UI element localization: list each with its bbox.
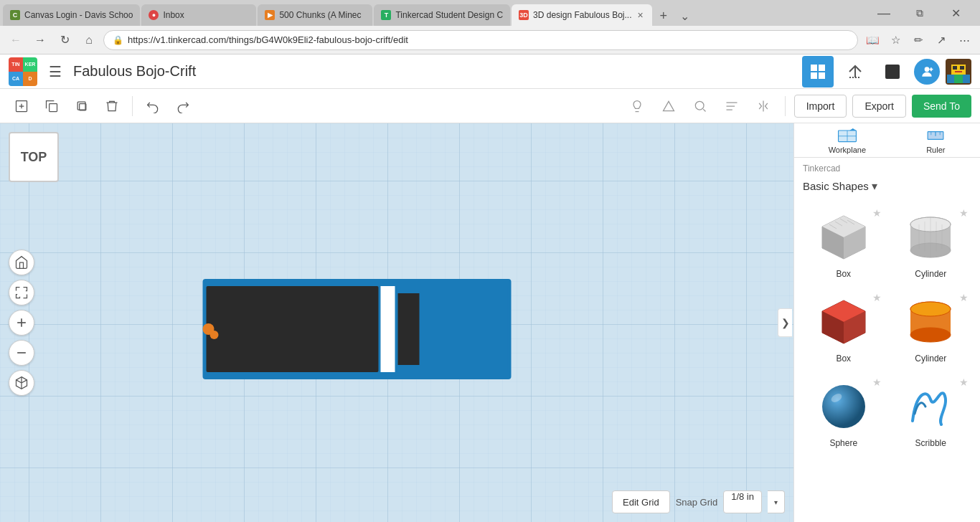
refresh-button[interactable]: ↻ <box>55 30 75 50</box>
shapes-dropdown-button[interactable]: ▾ <box>872 179 877 193</box>
minimize-button[interactable]: — <box>868 3 900 23</box>
shapes-header: Tinkercad <box>794 158 980 179</box>
tab-500chunks[interactable]: ▶ 500 Chunks (A Minec <box>258 4 372 26</box>
shape-star-cylinder-orange[interactable]: ★ <box>959 292 969 303</box>
shape-item-box-gray[interactable]: ★ <box>803 204 885 283</box>
tab-favicon-3d-design: 3D <box>519 10 529 20</box>
cylinder-gray-icon <box>902 209 959 266</box>
fit-view-button[interactable] <box>9 280 34 305</box>
new-design-button[interactable] <box>9 93 34 119</box>
back-button[interactable]: ← <box>6 30 26 50</box>
hamburger-button[interactable]: ☰ <box>46 60 65 83</box>
3d-view-button[interactable] <box>9 370 34 396</box>
workplane-icon <box>837 127 857 144</box>
shapes-category: Tinkercad <box>803 163 840 174</box>
notes-button[interactable]: ✏ <box>908 30 928 50</box>
restore-button[interactable]: ⧉ <box>904 3 936 23</box>
right-panel: Workplane Ruler Ti <box>793 123 980 522</box>
svg-rect-26 <box>397 293 419 365</box>
redo-button[interactable] <box>170 93 196 119</box>
3d-scene-object[interactable] <box>195 257 518 404</box>
forward-button[interactable]: → <box>30 30 50 50</box>
app-toolbar: Import Export Send To <box>0 89 980 123</box>
home-button[interactable]: ⌂ <box>79 30 99 50</box>
browser-toolbar-right: 📖 ☆ ✏ ↗ ⋯ <box>862 30 974 50</box>
copy-button[interactable] <box>39 93 65 119</box>
align-button[interactable] <box>719 93 745 119</box>
home-view-button[interactable] <box>9 250 34 275</box>
zoom-in-button[interactable] <box>9 310 34 336</box>
shape-item-box-red[interactable]: ★ Box <box>803 289 885 368</box>
grid-view-button[interactable] <box>802 56 834 87</box>
reading-view-button[interactable]: 📖 <box>862 30 882 50</box>
view-label-text: TOP <box>21 150 47 165</box>
dark-mode-button[interactable] <box>877 56 908 87</box>
svg-rect-12 <box>963 75 970 83</box>
new-tab-button[interactable]: + <box>654 6 674 26</box>
add-profile-button[interactable] <box>914 59 940 85</box>
shape-item-cylinder-orange[interactable]: ★ Cylinder <box>890 289 972 368</box>
toolbar-separator-1 <box>132 96 133 116</box>
tab-canvas[interactable]: C Canvas Login - Davis Schoo <box>3 4 140 26</box>
sphere-blue-icon <box>815 378 872 435</box>
ruler-button[interactable]: Ruler <box>918 126 953 155</box>
duplicate-button[interactable] <box>69 93 95 119</box>
shapes-title: Basic Shapes <box>803 180 869 192</box>
import-button[interactable]: Import <box>794 95 847 118</box>
mirror-button[interactable] <box>750 93 776 119</box>
shape-star-cylinder-gray[interactable]: ★ <box>959 207 969 219</box>
dark-mode-icon <box>884 63 901 80</box>
shape-star-box-red[interactable]: ★ <box>872 292 882 303</box>
toolbar-right-actions: Import Export Send To <box>624 93 971 119</box>
delete-button[interactable] <box>99 93 125 119</box>
shape-label-scribble: Scribble <box>915 438 946 448</box>
shape-item-sphere-blue[interactable]: ★ Sphere <box>803 374 885 452</box>
tab-title-tinkercad-student: Tinkercad Student Design C <box>395 10 503 20</box>
tab-tinkercad-student[interactable]: T Tinkercad Student Design C <box>374 4 510 26</box>
shape-label-box-red: Box <box>836 353 851 364</box>
tinkercad-logo: TIN KER CA D <box>9 57 37 86</box>
box-red-icon <box>815 293 872 351</box>
tab-inbox[interactable]: ● Inbox <box>141 4 256 26</box>
left-tools <box>9 250 34 396</box>
tab-close-button[interactable]: × <box>636 9 644 21</box>
zoom-out-button[interactable] <box>9 340 34 366</box>
shape-star-scribble[interactable]: ★ <box>959 376 969 388</box>
shape-label-cylinder-orange: Cylinder <box>915 353 946 364</box>
share-button[interactable]: ↗ <box>931 30 951 50</box>
snap-dropdown-button[interactable]: ▾ <box>768 490 785 513</box>
shapes-panel-button[interactable] <box>656 93 682 119</box>
shape-label-box-gray: Box <box>836 269 851 279</box>
shape-item-cylinder-gray[interactable]: ★ <box>890 204 972 283</box>
url-bar[interactable]: 🔒 https://v1.tinkercad.com/things/bG4W0k… <box>103 30 858 50</box>
tab-3d-design[interactable]: 3D 3D design Fabulous Boj... × <box>512 4 652 26</box>
viewport[interactable]: TOP <box>0 123 793 522</box>
close-window-button[interactable]: ✕ <box>940 3 971 23</box>
settings-button[interactable]: ⋯ <box>954 30 974 50</box>
undo-button[interactable] <box>140 93 166 119</box>
zoom-button[interactable] <box>687 93 713 119</box>
workplane-button[interactable]: Workplane <box>821 126 873 155</box>
svg-rect-1 <box>819 65 825 71</box>
panel-collapse-button[interactable]: ❯ <box>778 308 792 337</box>
fit-icon <box>14 285 29 300</box>
tab-list-button[interactable]: ⌄ <box>675 6 695 26</box>
share-design-button[interactable] <box>839 56 871 87</box>
hints-button[interactable] <box>624 93 650 119</box>
svg-point-28 <box>209 331 218 339</box>
shape-star-sphere-blue[interactable]: ★ <box>872 376 882 388</box>
app-layout: TIN KER CA D ☰ Fabulous Bojo-Crift <box>0 54 980 522</box>
bottom-controls: Edit Grid Snap Grid 1/8 in ▾ <box>612 490 785 513</box>
svg-point-64 <box>822 385 865 428</box>
undo-icon <box>146 99 160 113</box>
user-avatar[interactable] <box>946 59 971 85</box>
svg-rect-0 <box>811 65 817 71</box>
edit-grid-button[interactable]: Edit Grid <box>612 490 670 513</box>
export-button[interactable]: Export <box>852 95 905 118</box>
sendto-button[interactable]: Send To <box>912 95 971 118</box>
favorites-button[interactable]: ☆ <box>885 30 905 50</box>
svg-point-18 <box>695 101 704 110</box>
shape-item-scribble[interactable]: ★ Scribble <box>890 374 972 452</box>
view-label: TOP <box>9 132 59 182</box>
shape-star-box-gray[interactable]: ★ <box>872 207 882 219</box>
